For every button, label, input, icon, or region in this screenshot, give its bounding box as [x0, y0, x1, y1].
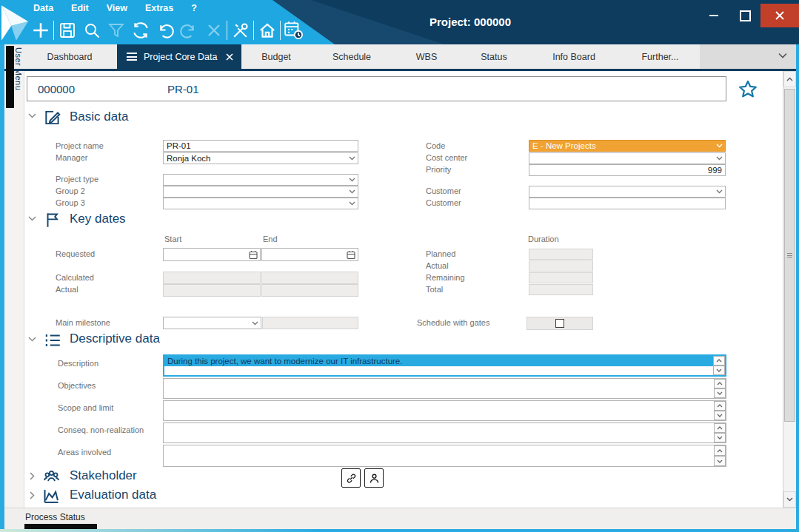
redo-icon[interactable] [177, 18, 201, 42]
edit-pencil-icon [43, 108, 62, 127]
user-menu-label[interactable]: User Menu [14, 47, 23, 90]
tab-info-board[interactable]: Info Board [527, 44, 621, 69]
menu-edit[interactable]: Edit [71, 3, 89, 13]
undo-icon[interactable] [153, 18, 177, 42]
group3-select[interactable] [163, 198, 358, 209]
calculated-start-field [163, 272, 261, 284]
tools-icon[interactable] [228, 18, 253, 42]
scroll-up-button[interactable] [714, 379, 726, 388]
requested-start-date-input[interactable] [163, 248, 261, 261]
section-key-dates[interactable]: Key dates [70, 212, 126, 226]
search-icon[interactable] [79, 18, 104, 42]
row-label: Remaining [426, 273, 465, 282]
tab-menu-icon[interactable] [127, 51, 137, 63]
user-menu-tab[interactable] [6, 46, 14, 108]
row-label: Planned [426, 249, 455, 258]
scroll-down-button[interactable] [714, 388, 726, 398]
scrollbar-up-button[interactable] [783, 71, 796, 87]
scroll-up-button[interactable] [713, 356, 725, 366]
tab-label: WBS [416, 52, 437, 62]
section-evaluation-data[interactable]: Evaluation data [70, 488, 156, 502]
toolbar-separator [253, 21, 254, 40]
person-button[interactable] [364, 468, 384, 488]
maximize-button[interactable] [729, 4, 760, 27]
section-descriptive-data[interactable]: Descriptive data [70, 331, 160, 346]
customer-select[interactable] [529, 186, 726, 198]
tab-wbs[interactable]: WBS [392, 44, 461, 69]
tab-budget[interactable]: Budget [241, 44, 311, 69]
tab-further[interactable]: Further... [621, 44, 700, 69]
link-button[interactable] [341, 468, 361, 488]
menu-data[interactable]: Data [33, 3, 53, 13]
tab-schedule[interactable]: Schedule [311, 44, 392, 69]
tab-overflow-dropdown[interactable] [700, 44, 796, 69]
planning-calendar-icon[interactable] [281, 18, 306, 42]
group2-select[interactable] [163, 186, 358, 198]
scroll-down-button[interactable] [714, 456, 726, 466]
areas-involved-textarea[interactable] [163, 445, 726, 467]
main-milestone-select[interactable] [163, 317, 261, 329]
cost-center-select[interactable] [529, 152, 726, 164]
project-type-select[interactable] [163, 174, 358, 186]
field-label: Project type [56, 175, 98, 183]
chevron-down-icon [349, 156, 355, 161]
scroll-down-button[interactable] [713, 366, 725, 375]
link-icon [345, 472, 358, 485]
tab-status[interactable]: Status [461, 44, 527, 69]
priority-input[interactable] [529, 164, 726, 176]
save-icon[interactable] [55, 18, 79, 42]
collapse-chevron-icon[interactable] [28, 337, 36, 342]
objectives-textarea[interactable] [163, 378, 726, 399]
scope-and-limit-textarea[interactable] [163, 400, 726, 421]
window-border-right [796, 44, 799, 532]
row-label: Scope and limit [58, 403, 113, 412]
close-button[interactable] [760, 4, 799, 27]
scrollbar-grip [787, 252, 792, 259]
scrollbar-down-button[interactable] [783, 491, 796, 508]
scroll-down-button[interactable] [714, 433, 726, 442]
favorite-star-icon[interactable] [738, 79, 758, 100]
minimize-button[interactable] [698, 4, 729, 27]
project-name-input[interactable] [163, 140, 358, 152]
scroll-up-button[interactable] [714, 423, 726, 433]
minimize-icon [709, 15, 718, 16]
close-icon [775, 10, 785, 21]
scrollbar-thumb[interactable] [784, 89, 795, 422]
scroll-down-button[interactable] [714, 411, 726, 420]
main-milestone-date-field [262, 317, 358, 329]
row-label: Conseq. non-realization [58, 425, 144, 434]
side-gutter [4, 71, 24, 508]
new-icon[interactable] [28, 18, 53, 42]
menu-extras[interactable]: Extras [145, 3, 173, 13]
vertical-scrollbar[interactable] [783, 71, 796, 508]
requested-end-date-input[interactable] [261, 248, 358, 261]
expand-chevron-icon[interactable] [30, 472, 35, 480]
actual-start-field [163, 284, 261, 297]
section-stakeholder[interactable]: Stakeholder [70, 468, 137, 483]
column-header-start: Start [164, 235, 181, 243]
filter-icon[interactable] [104, 18, 128, 42]
menu-help[interactable]: ? [191, 3, 197, 13]
textarea-spinner [713, 356, 725, 375]
row-label: Actual [426, 261, 449, 270]
chevron-down-icon [716, 189, 723, 194]
customer-input[interactable] [529, 198, 726, 209]
conseq-non-realization-textarea[interactable] [163, 422, 726, 443]
scroll-up-button[interactable] [714, 445, 726, 456]
description-textarea[interactable]: During this project, we want to moderniz… [163, 354, 726, 377]
tab-project-core-data[interactable]: Project Core Data [117, 44, 241, 69]
expand-chevron-icon[interactable] [30, 491, 35, 499]
collapse-chevron-icon[interactable] [28, 113, 36, 118]
code-select[interactable]: E - New Projects [529, 140, 726, 152]
collapse-chevron-icon[interactable] [28, 216, 36, 221]
cancel-icon[interactable] [201, 18, 226, 42]
tab-close-icon[interactable] [226, 53, 233, 61]
manager-select[interactable]: Ronja Koch [163, 152, 358, 164]
tab-dashboard[interactable]: Dashboard [22, 44, 117, 69]
refresh-icon[interactable] [128, 18, 153, 42]
menu-view[interactable]: View [107, 3, 127, 13]
home-icon[interactable] [255, 18, 279, 42]
schedule-with-gates-checkbox[interactable] [555, 319, 564, 328]
scroll-up-button[interactable] [714, 401, 726, 411]
section-basic-data[interactable]: Basic data [70, 110, 128, 124]
